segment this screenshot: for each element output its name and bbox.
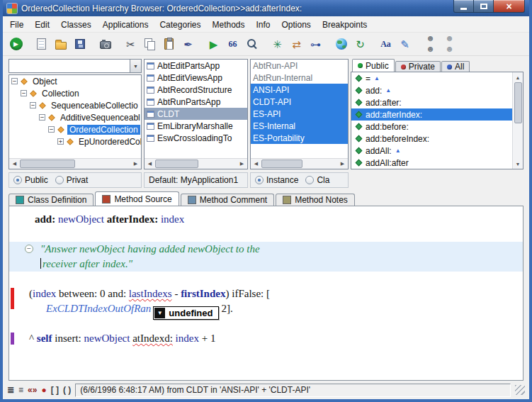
tree-expander-icon[interactable]: − bbox=[30, 102, 36, 108]
tab-method-source[interactable]: Method Source bbox=[95, 191, 179, 206]
undefined-popup[interactable]: ▼undefined bbox=[153, 306, 219, 320]
menu-file[interactable]: File bbox=[4, 17, 29, 31]
category-item[interactable]: ES-Internal bbox=[251, 120, 348, 132]
style-icon[interactable]: ✎ bbox=[396, 35, 414, 53]
tree-item-object[interactable]: −Object bbox=[9, 75, 141, 87]
glasses-icon[interactable]: 66 bbox=[224, 35, 242, 53]
categories-hscrollbar[interactable]: ◀ ▶ bbox=[251, 158, 348, 169]
paste-icon[interactable] bbox=[160, 35, 178, 53]
method-item[interactable]: add:before: bbox=[351, 121, 512, 133]
category-item[interactable]: AbtRun-API bbox=[251, 60, 348, 72]
menu-applications[interactable]: Applications bbox=[97, 17, 154, 31]
minimize-button[interactable] bbox=[453, 0, 474, 13]
resize-grip[interactable] bbox=[515, 385, 525, 395]
popup-dropdown-icon[interactable]: ▼ bbox=[154, 308, 165, 318]
tree-expander-icon[interactable]: − bbox=[48, 126, 55, 133]
tree-expander-icon[interactable]: − bbox=[11, 78, 18, 84]
method-item[interactable]: add:▲ bbox=[351, 84, 512, 96]
application-item[interactable]: AbtEditViewsApp bbox=[145, 72, 247, 84]
collapse-icon[interactable]: − bbox=[25, 245, 33, 253]
scroll-left-icon[interactable]: ◀ bbox=[145, 159, 155, 169]
scroll-thumb[interactable] bbox=[20, 160, 75, 168]
application-item[interactable]: AbtRunPartsApp bbox=[145, 96, 247, 108]
camera-icon[interactable] bbox=[96, 35, 114, 53]
tab-all[interactable]: All bbox=[441, 61, 470, 72]
publish-icon[interactable]: ↻ bbox=[351, 35, 369, 53]
menu-edit[interactable]: Edit bbox=[29, 17, 55, 31]
tree-expander-icon[interactable]: − bbox=[39, 114, 45, 121]
save-icon[interactable] bbox=[71, 35, 89, 53]
method-item[interactable]: add:after: bbox=[351, 96, 512, 108]
tab-method-comment[interactable]: Method Comment bbox=[181, 194, 274, 206]
method-item[interactable]: addAll:after bbox=[351, 157, 512, 169]
hierarchy-hscrollbar[interactable]: ◀ ▶ bbox=[9, 158, 141, 169]
menu-categories[interactable]: Categories bbox=[154, 17, 206, 31]
tab-class-definition[interactable]: Class Definition bbox=[9, 194, 94, 206]
menu-methods[interactable]: Methods bbox=[206, 17, 250, 31]
radio-privat[interactable]: Privat bbox=[55, 175, 89, 185]
tab-method-notes[interactable]: Method Notes bbox=[276, 194, 355, 206]
category-item[interactable]: CLDT-API bbox=[251, 96, 348, 108]
menu-options[interactable]: Options bbox=[276, 17, 317, 31]
scroll-up-icon[interactable]: ▲ bbox=[513, 72, 523, 82]
brackets-icon[interactable]: [ ] bbox=[51, 386, 59, 394]
swap-icon[interactable]: ⇄ bbox=[288, 35, 305, 53]
combo-dropdown-icon[interactable]: ▼ bbox=[130, 59, 142, 73]
scroll-right-icon[interactable]: ▶ bbox=[337, 159, 348, 169]
tree-item-epunorderedcollec[interactable]: +EpUnorderedCollec bbox=[9, 135, 141, 147]
menu-info[interactable]: Info bbox=[251, 17, 276, 31]
tree-item-sequenceablecollectio[interactable]: −SequenceableCollectio bbox=[9, 99, 141, 111]
class-filter-combo[interactable]: ▼ bbox=[9, 59, 142, 73]
menu-classes[interactable]: Classes bbox=[55, 17, 97, 31]
tab-private[interactable]: Private bbox=[395, 61, 441, 72]
radio-instance[interactable]: Instance bbox=[255, 175, 298, 185]
tree-expander-icon[interactable]: − bbox=[21, 90, 27, 96]
record-icon[interactable]: ● bbox=[41, 386, 46, 394]
font-icon[interactable]: Aa bbox=[377, 35, 395, 53]
scroll-thumb[interactable] bbox=[261, 160, 302, 168]
scroll-right-icon[interactable]: ▶ bbox=[130, 159, 141, 169]
category-item[interactable]: ANSI-API bbox=[251, 84, 348, 96]
code-area[interactable]: add: newObject afterIndex: index "Answer… bbox=[9, 206, 523, 380]
guillemets-icon[interactable]: «» bbox=[28, 386, 37, 394]
scroll-left-icon[interactable]: ◀ bbox=[251, 159, 261, 169]
applications-hscrollbar[interactable]: ◀ ▶ bbox=[145, 158, 247, 169]
method-item[interactable]: add:beforeIndex: bbox=[351, 133, 512, 145]
application-item[interactable]: EswCrossloadingTo bbox=[145, 132, 247, 144]
run-icon[interactable]: ▶ bbox=[7, 35, 25, 53]
radio-public[interactable]: Public bbox=[13, 175, 48, 185]
maximize-button[interactable] bbox=[474, 0, 493, 13]
category-item[interactable]: ES-Portability bbox=[251, 132, 348, 144]
radio-cla[interactable]: Cla bbox=[305, 175, 329, 185]
menu-breakpoints[interactable]: Breakpoints bbox=[317, 17, 373, 31]
parens-icon[interactable]: ( ) bbox=[63, 386, 71, 394]
category-item[interactable]: ES-API bbox=[251, 108, 348, 120]
tab-public[interactable]: Public bbox=[352, 59, 395, 72]
pen-icon[interactable]: ✒ bbox=[179, 35, 197, 53]
open-folder-icon[interactable] bbox=[52, 35, 69, 53]
tree-item-orderedcollection[interactable]: −OrderedCollection bbox=[9, 123, 141, 135]
application-item[interactable]: CLDT bbox=[145, 108, 247, 120]
application-item[interactable]: AbtEditPartsApp bbox=[145, 60, 247, 72]
class-filter-field[interactable] bbox=[9, 59, 130, 73]
tree-item-additivesequenceabl[interactable]: −AdditiveSequenceabl bbox=[9, 111, 141, 123]
titlebar[interactable]: OrderedCollection Hierarchy Browser: Ord… bbox=[3, 0, 529, 16]
scroll-down-icon[interactable]: ▼ bbox=[513, 159, 523, 169]
users-icon[interactable]: ☻☻ bbox=[421, 35, 439, 53]
scroll-thumb[interactable] bbox=[155, 160, 198, 168]
run-method-icon[interactable]: ▶ bbox=[205, 35, 222, 53]
search-icon[interactable] bbox=[243, 35, 261, 53]
cut-icon[interactable]: ✂ bbox=[122, 35, 140, 53]
refactor-icon[interactable]: ✳ bbox=[268, 35, 286, 53]
method-item[interactable]: add:afterIndex: bbox=[351, 108, 512, 121]
scroll-right-icon[interactable]: ▶ bbox=[237, 159, 247, 169]
connect-icon[interactable]: ⊶ bbox=[307, 35, 324, 53]
format-indent-icon[interactable]: ≡ bbox=[18, 386, 23, 394]
new-document-icon[interactable] bbox=[33, 35, 50, 53]
group-icon[interactable]: ☻☻ bbox=[441, 35, 458, 53]
method-item[interactable]: =▲ bbox=[351, 72, 512, 84]
application-item[interactable]: AbtRecordStructure bbox=[145, 84, 247, 96]
globe-icon[interactable] bbox=[332, 35, 350, 53]
tree-expander-icon[interactable]: + bbox=[57, 138, 64, 145]
method-source-editor[interactable]: add: newObject afterIndex: index "Answer… bbox=[9, 206, 523, 381]
